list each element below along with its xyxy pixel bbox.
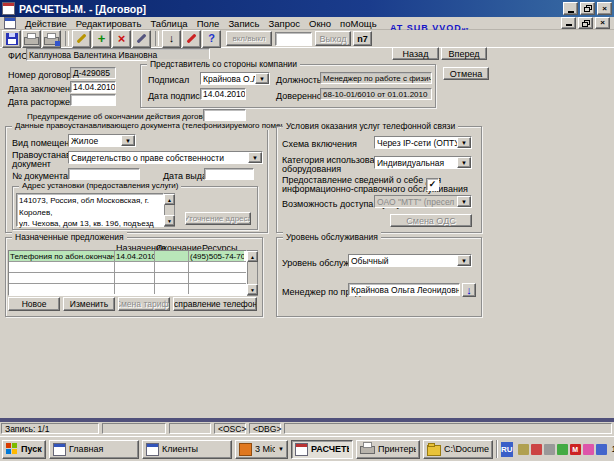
scroll-down-icon[interactable]: ▼ [247,284,258,295]
address-scrollbar[interactable]: ▲ ▼ [164,193,175,227]
help-icon[interactable]: ? [202,30,221,48]
info-consent-checkbox[interactable]: ✓ [426,178,439,191]
menu-item-window[interactable]: Окно [309,18,331,29]
tray-icon[interactable] [544,444,555,455]
table-row[interactable]: Телефония по абон.окончаниям 14.04.2010 … [9,251,246,262]
print-preview-icon[interactable] [42,30,61,48]
add-record-icon[interactable]: + [92,30,111,48]
chevron-down-icon: ▼ [457,196,471,207]
toggle-button[interactable]: вкл/выкл [226,31,272,46]
edit-record-icon[interactable] [132,30,151,48]
statusbar-cell [169,423,211,434]
table-row[interactable] [9,284,246,294]
table-row[interactable] [9,273,246,284]
down-arrow-icon[interactable]: ↓ [162,30,181,48]
n7-button[interactable]: n7 [353,31,372,46]
menu-item-table[interactable]: Таблица [150,18,187,29]
poa-field: 68-10-01/6010 от 01.01.2010 [320,88,432,100]
save-icon[interactable] [2,30,21,48]
chevron-down-icon[interactable]: ▼ [248,152,262,163]
new-record-icon[interactable] [72,30,91,48]
issue-date-field[interactable] [204,168,254,180]
legal-doc-select[interactable]: Свидетельство о праве собственности ▼ [68,151,263,164]
chevron-down-icon[interactable]: ▼ [457,137,471,148]
representative-group-title: Представитель со стороны компании [147,59,300,69]
contract-number-field[interactable]: Д-429085 [70,67,116,79]
menu-item-help[interactable]: поМощь [340,18,377,29]
exit-button[interactable]: Выход [315,31,351,46]
menu-item-query[interactable]: Запрос [269,18,300,29]
chevron-down-icon[interactable]: ▼ [255,73,269,84]
taskbar-item-raschety[interactable]: РАСЧЕТЫ-М. - [... [291,440,353,459]
ods-change-button[interactable]: Смена ОДС [390,214,472,227]
sales-manager-field[interactable]: Крайнова Ольга Леонидовна [348,283,460,296]
change-tariff-button[interactable]: Смена тарифа [118,297,170,311]
minimize-icon[interactable] [563,2,578,15]
tray-icon-antivirus[interactable]: M [570,444,581,455]
refine-address-button[interactable]: Уточнение адреса [185,212,251,225]
scheme-select[interactable]: Через IP-сети (ОПТУ ▼ [374,136,472,149]
child-close-icon[interactable]: × [595,17,610,29]
scheme-label: Схема включения [282,139,357,149]
doc-number-field[interactable] [68,168,140,180]
form-app-icon [146,443,159,456]
edit-offer-button[interactable]: Изменить [63,297,115,311]
scroll-up-icon[interactable]: ▲ [164,194,175,205]
scroll-up-icon[interactable]: ▲ [247,251,258,262]
tray-icon[interactable] [531,444,542,455]
tray-icon[interactable] [557,444,568,455]
termination-date-field[interactable] [70,94,116,106]
signed-by-select[interactable]: Крайнова О.Л. ▼ [200,72,270,85]
service-level-select[interactable]: Обычный ▼ [348,254,472,267]
restore-icon[interactable] [580,2,595,15]
menu-item-field[interactable]: Поле [197,18,220,29]
language-indicator[interactable]: RU [501,442,513,457]
new-offer-button[interactable]: Новое [8,297,60,311]
service-level-group: Уровень обслуживания [276,237,482,317]
highlight-icon[interactable] [182,30,201,48]
chevron-down-icon[interactable]: ▼ [457,255,471,266]
category-select[interactable]: Индивидуальная ▼ [374,156,472,169]
menu-item-action[interactable]: Действие [25,18,67,29]
manager-lookup-button[interactable]: ↓ [462,283,476,297]
chevron-down-icon[interactable]: ▼ [121,135,135,146]
check-icon: ✓ [429,180,437,189]
delete-record-icon[interactable]: × [112,30,131,48]
tray-icon[interactable] [518,444,529,455]
close-icon[interactable]: × [597,2,612,15]
windows-logo-icon [6,443,18,455]
cancel-button[interactable]: Отмена [443,67,489,80]
tray-icon[interactable] [583,444,594,455]
chevron-down-icon[interactable]: ▼ [457,157,471,168]
statusbar-cell [102,423,166,434]
statusbar-dbg: <DBG> [249,423,281,434]
taskbar-item-msoffice-group[interactable]: 3 Microsoft Offi... ▼ [235,440,288,459]
menu-item-record[interactable]: Запись [228,18,259,29]
system-tray: M [518,444,607,455]
fix-phone-button[interactable]: Исправление телефона [173,297,257,311]
start-button[interactable]: Пуск [2,440,46,459]
category-label-2: оборудования [282,164,341,174]
table-row[interactable] [9,262,246,273]
taskbar-item-explorer[interactable]: C:\Documents an... [423,440,493,459]
menubar: Действие Редактировать Таблица Поле Запи… [0,17,614,30]
address-textarea[interactable]: 141073, Россия, обл Московская, г. Корол… [16,193,164,227]
offers-scrollbar[interactable]: ▲ ▼ [247,250,258,296]
tray-icon-network[interactable] [596,444,607,455]
taskbar-item-klienty[interactable]: Клиенты [142,440,232,459]
forward-button[interactable]: Вперед [441,47,487,60]
premise-type-select[interactable]: Жилое ▼ [68,134,136,147]
child-minimize-icon[interactable] [561,17,576,29]
child-restore-icon[interactable] [578,17,593,29]
taskbar-item-glavnaya[interactable]: Главная [49,440,139,459]
taskbar-item-printers[interactable]: Принтеры и факсы [356,440,420,459]
toolbar-separator [65,31,69,46]
toolbar-input[interactable] [275,32,312,46]
menu-item-edit[interactable]: Редактировать [76,18,142,29]
conclusion-date-field[interactable]: 14.04.2010 [70,81,116,93]
back-button[interactable]: Назад [392,47,439,60]
print-icon[interactable] [22,30,41,48]
sign-date-field[interactable]: 14.04.2010 [200,88,246,100]
titlebar: РАСЧЕТЫ-М. - [Договор] × [0,0,614,17]
scroll-down-icon[interactable]: ▼ [164,215,175,226]
